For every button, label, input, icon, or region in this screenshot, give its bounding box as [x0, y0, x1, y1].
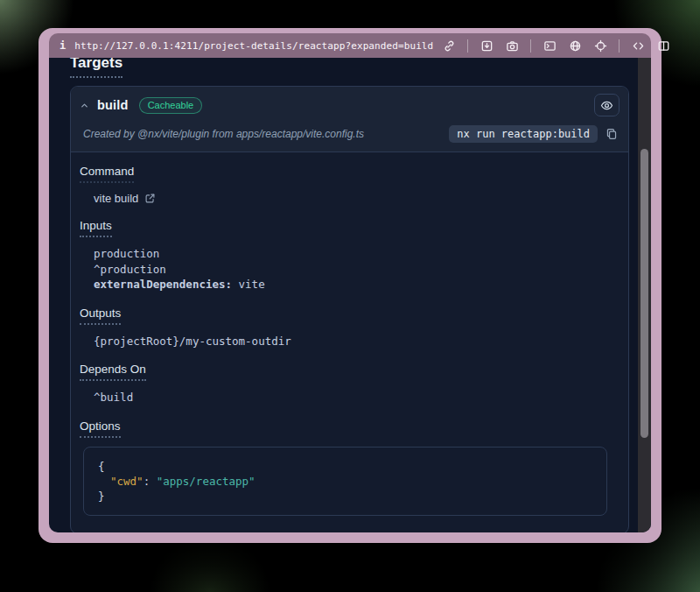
- info-icon[interactable]: i: [60, 39, 66, 52]
- external-link-icon: [144, 193, 156, 204]
- target-card-build: build Cacheable Created by @nx/vite/plug…: [70, 86, 629, 532]
- command-value: vite build: [94, 192, 138, 205]
- command-value-row: vite build: [80, 192, 616, 205]
- page-content: Targets build Cacheable Created by @nx/v…: [49, 58, 638, 532]
- crosshair-button[interactable]: [593, 39, 607, 53]
- browser-window: i http://127.0.0.1:4211/project-details/…: [38, 28, 662, 543]
- depends-on-item: ^build: [80, 390, 616, 405]
- save-capture-button[interactable]: [480, 39, 494, 53]
- camera-button[interactable]: [505, 39, 519, 53]
- run-command-chip: nx run reactapp:build: [449, 125, 598, 143]
- target-name: build: [97, 98, 129, 112]
- input-item: ^production: [80, 262, 616, 278]
- options-json-block: { "cwd": "apps/reactapp" }: [83, 447, 607, 516]
- cacheable-badge: Cacheable: [139, 97, 203, 114]
- toolbar-actions: [442, 39, 670, 53]
- json-line: }: [98, 489, 592, 504]
- link-icon: [443, 39, 456, 53]
- terminal-button[interactable]: [542, 39, 556, 53]
- open-config-link[interactable]: [144, 193, 156, 204]
- output-item: {projectRoot}/my-custom-outdir: [80, 334, 616, 349]
- terminal-icon: [543, 39, 556, 53]
- copy-icon: [606, 128, 618, 140]
- section-heading-options: Options: [80, 419, 616, 438]
- page-viewport: Targets build Cacheable Created by @nx/v…: [49, 58, 651, 532]
- save-capture-icon: [480, 39, 494, 53]
- build-card-subheader: Created by @nx/vite/plugin from apps/rea…: [71, 123, 628, 152]
- link-button[interactable]: [442, 39, 456, 53]
- url-text[interactable]: http://127.0.0.1:4211/project-details/re…: [74, 40, 433, 52]
- section-heading-depends-on: Depends On: [80, 363, 616, 381]
- crosshair-icon: [594, 39, 607, 53]
- browser-toolbar: i http://127.0.0.1:4211/project-details/…: [49, 33, 651, 58]
- input-item: production: [80, 246, 616, 262]
- split-view-icon: [657, 39, 670, 53]
- build-card-header[interactable]: build Cacheable: [71, 87, 628, 123]
- toolbar-divider: [530, 39, 531, 53]
- eye-icon: [600, 99, 613, 112]
- json-line: "cwd": "apps/reactapp": [98, 474, 592, 489]
- toolbar-divider: [467, 39, 468, 53]
- created-by-text: Created by @nx/vite/plugin from apps/rea…: [83, 128, 364, 140]
- code-button[interactable]: [631, 39, 645, 53]
- json-line: {: [98, 459, 592, 474]
- section-heading-command: Command: [80, 165, 616, 183]
- scrollbar[interactable]: [638, 58, 651, 532]
- section-heading-inputs: Inputs: [80, 219, 616, 237]
- copy-command-button[interactable]: [606, 128, 618, 140]
- build-card-body: Command vite build Inputs production ^pr…: [71, 152, 628, 532]
- chevron-up-icon: [80, 101, 89, 110]
- view-target-button[interactable]: [594, 94, 620, 116]
- input-item: externalDependencies: vite: [80, 277, 616, 292]
- section-heading-outputs: Outputs: [80, 307, 616, 325]
- page-title: Targets: [70, 58, 631, 78]
- toolbar-divider: [619, 39, 620, 53]
- split-view-button[interactable]: [656, 39, 670, 53]
- code-icon: [632, 39, 645, 53]
- globe-button[interactable]: [568, 39, 582, 53]
- scrollbar-thumb[interactable]: [640, 149, 648, 438]
- camera-icon: [506, 39, 519, 53]
- globe-icon: [569, 39, 582, 53]
